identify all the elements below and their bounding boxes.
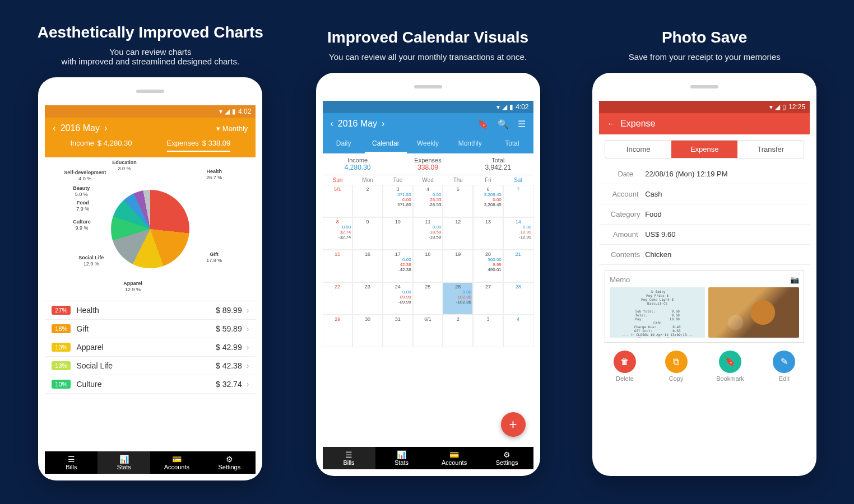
field-amount[interactable]: Amount US$ 9.60 [599, 225, 810, 245]
field-category[interactable]: Category Food [599, 204, 810, 225]
cal-cell[interactable]: 25 [413, 282, 443, 315]
cal-cell[interactable]: 11 0.00 18.59 -18.59 [413, 217, 443, 250]
bookmark-button[interactable]: 🔖 Bookmark [716, 351, 744, 382]
field-account[interactable]: Account Cash [599, 184, 810, 204]
chevron-right-icon: › [247, 306, 249, 315]
delete-button[interactable]: 🗑 Delete [614, 351, 636, 382]
cal-cell[interactable]: 5/1 [323, 185, 353, 217]
phone-frame: ▾ ◢ ▯ 12:25 ← Expense IncomeExpenseTrans… [592, 73, 816, 476]
cal-cell[interactable]: 31 [383, 315, 413, 347]
category-pct: 18% [52, 324, 71, 333]
cal-cell[interactable]: 15 [323, 250, 353, 282]
tab-monthly[interactable]: Monthly [449, 135, 491, 153]
cal-cell[interactable]: 22 [323, 282, 353, 315]
field-contents[interactable]: Contents Chicken [599, 245, 810, 265]
tab-daily[interactable]: Daily [323, 135, 365, 153]
memo-box[interactable]: Memo 📷 -D Spicy Reg Fries-E Reg Coke Lig… [605, 270, 804, 343]
dow-label: Thu [443, 175, 473, 185]
cal-cell[interactable]: 27 [473, 282, 503, 315]
cal-cell[interactable]: 2 [443, 315, 473, 347]
app-header: ‹ 2016 May › 🔖 🔍 ☰ [323, 113, 533, 135]
cal-cell[interactable]: 24 0.00 89.99 -89.99 [383, 282, 413, 315]
cal-cell[interactable]: 10 [383, 217, 413, 250]
filter-dropdown[interactable]: ▾ Monthly [216, 124, 248, 133]
add-fab[interactable]: + [501, 412, 526, 437]
prev-month-icon[interactable]: ‹ [53, 123, 55, 133]
field-date[interactable]: Date 22/08/16 (Mon) 12:19 PM [599, 164, 810, 184]
stats-icon: 📊 [98, 455, 150, 464]
app-header: ‹ 2016 May › ▾ Monthly Income $ 4,280.30… [45, 118, 256, 157]
bottom-nav: ☰Bills 📊Stats 💳Accounts ⚙Settings [323, 447, 533, 469]
bills-icon: ☰ [45, 455, 98, 464]
status-bar: ▾ ◢ ▯ 12:25 [599, 101, 810, 113]
cal-cell[interactable]: 6 3,208.45 0.00 3,208.45 [473, 185, 503, 217]
next-month-icon[interactable]: › [382, 119, 384, 129]
cal-cell[interactable]: 2 [352, 185, 383, 217]
cal-cell[interactable]: 30 [352, 315, 383, 347]
category-list: 27% Health $ 89.99 › 18% Gift $ 59.89 › … [45, 301, 256, 394]
tab-weekly[interactable]: Weekly [407, 135, 449, 153]
cal-cell[interactable]: 17 0.00 42.38 -42.38 [383, 250, 413, 282]
bookmark-icon: 🔖 [719, 351, 741, 373]
cal-cell[interactable]: 4 [503, 315, 533, 347]
copy-button[interactable]: ⧉ Copy [665, 351, 688, 382]
status-bar: ▾ ◢ ▮ 4:02 [45, 105, 256, 118]
cal-cell[interactable]: 20 500.00 9.99 490.01 [473, 250, 503, 282]
edit-button[interactable]: ✎ Edit [773, 351, 795, 382]
category-row[interactable]: 18% Gift $ 59.89 › [45, 320, 256, 338]
expense-summary[interactable]: Expenses $ 338.09 [167, 139, 231, 152]
tab-calendar[interactable]: Calendar [365, 135, 407, 153]
nav-settings[interactable]: ⚙Settings [481, 447, 533, 469]
cal-cell[interactable]: 21 [503, 250, 533, 282]
category-row[interactable]: 13% Social Life $ 42.38 › [45, 357, 256, 375]
cal-cell[interactable]: 23 [352, 282, 383, 315]
category-row[interactable]: 13% Apparel $ 42.99 › [45, 338, 256, 357]
cal-cell[interactable]: 5 [443, 185, 473, 217]
cal-cell[interactable]: 4 0.00 28.53 -28.53 [413, 185, 443, 217]
nav-bills[interactable]: ☰Bills [323, 447, 375, 469]
month-label[interactable]: 2016 May [338, 119, 377, 129]
month-label[interactable]: 2016 May [61, 123, 100, 133]
type-tab-income[interactable]: Income [605, 141, 671, 158]
cal-cell[interactable]: 19 [443, 250, 473, 282]
search-icon[interactable]: 🔍 [498, 119, 509, 129]
nav-settings[interactable]: ⚙Settings [203, 451, 256, 474]
nav-stats[interactable]: 📊Stats [375, 447, 428, 469]
dow-label: Sun [323, 175, 353, 185]
cal-cell[interactable]: 12 [443, 217, 473, 250]
category-row[interactable]: 10% Culture $ 32.74 › [45, 375, 256, 394]
filter-icon[interactable]: ☰ [518, 119, 526, 129]
receipt-image[interactable]: -D Spicy Reg Fries-E Reg Coke Light-E Bi… [610, 287, 705, 338]
nav-bills[interactable]: ☰Bills [45, 451, 98, 474]
nav-accounts[interactable]: 💳Accounts [150, 451, 203, 474]
cal-cell[interactable]: 6/1 [413, 315, 443, 347]
cal-cell[interactable]: 3 571.85 0.00 571.85 [383, 185, 413, 217]
back-icon[interactable]: ← [607, 119, 616, 129]
next-month-icon[interactable]: › [104, 123, 107, 133]
cal-cell[interactable]: 16 [352, 250, 383, 282]
cal-cell[interactable]: 13 [473, 217, 503, 250]
memo-label: Memo [610, 276, 630, 284]
cal-cell[interactable]: 14 0.00 12.99 -12.99 [503, 217, 533, 250]
nav-stats[interactable]: 📊Stats [98, 451, 150, 474]
food-photo[interactable] [708, 287, 799, 338]
cal-cell[interactable]: 3 [473, 315, 503, 347]
nav-accounts[interactable]: 💳Accounts [428, 447, 481, 469]
cal-cell[interactable]: 29 [323, 315, 353, 347]
camera-icon[interactable]: 📷 [790, 276, 799, 284]
prev-month-icon[interactable]: ‹ [331, 119, 333, 129]
cal-cell[interactable]: 18 [413, 250, 443, 282]
type-tab-transfer[interactable]: Transfer [737, 141, 804, 158]
cal-cell[interactable]: 7 [503, 185, 533, 217]
signal-icon: ◢ [225, 108, 230, 115]
action-row: 🗑 Delete ⧉ Copy 🔖 Bookmark ✎ Edit [599, 351, 810, 382]
bookmark-icon[interactable]: 🔖 [477, 119, 489, 129]
tab-total[interactable]: Total [491, 135, 533, 153]
cal-cell[interactable]: 26 0.00 102.88 -102.88 [443, 282, 473, 315]
cal-cell[interactable]: 8 0.00 32.74 -32.74 [323, 217, 353, 250]
type-tab-expense[interactable]: Expense [671, 141, 737, 158]
category-row[interactable]: 27% Health $ 89.99 › [45, 301, 256, 320]
income-summary[interactable]: Income $ 4,280.30 [70, 139, 132, 152]
cal-cell[interactable]: 9 [352, 217, 383, 250]
cal-cell[interactable]: 28 [503, 282, 533, 315]
